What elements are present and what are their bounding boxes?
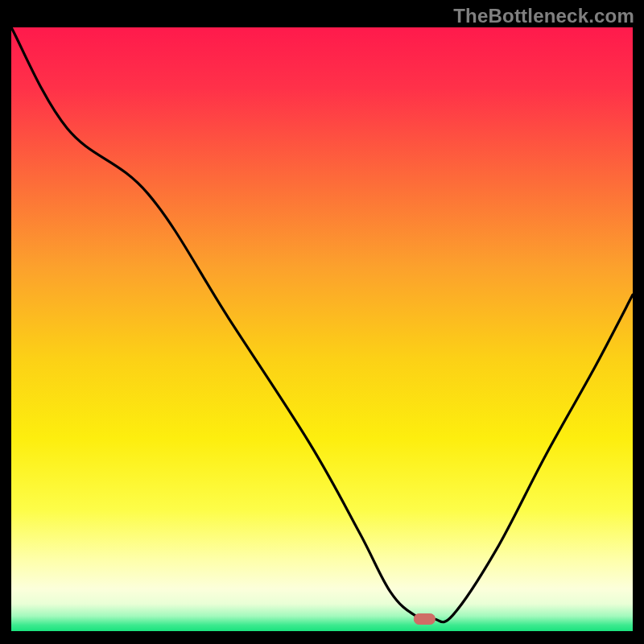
- chart-frame: TheBottleneck.com: [0, 0, 644, 644]
- watermark-text: TheBottleneck.com: [453, 5, 634, 27]
- gradient-background: [11, 27, 633, 631]
- plot-area: [11, 27, 633, 631]
- optimum-marker: [414, 614, 435, 625]
- chart-svg: [11, 27, 633, 631]
